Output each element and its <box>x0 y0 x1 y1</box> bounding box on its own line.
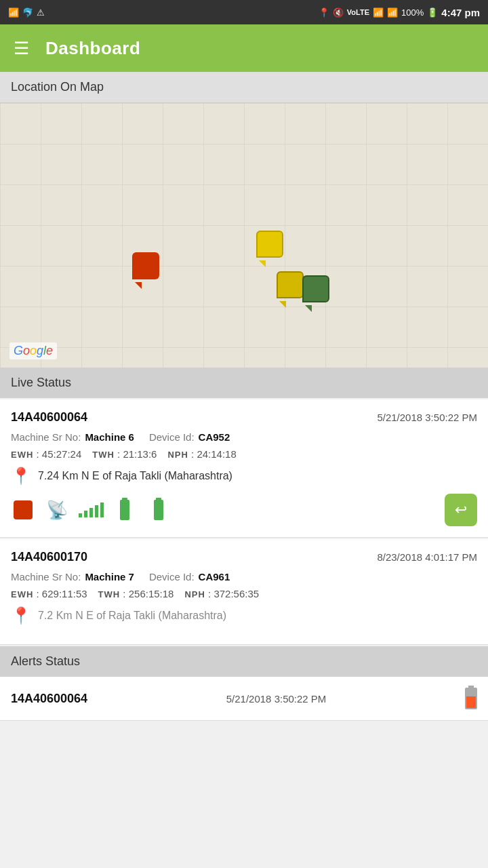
alert-device-id: 14A40600064 <box>11 692 87 706</box>
status-bar-left: 📶 🐬 ⚠ <box>8 7 45 18</box>
google-logo: Google <box>9 342 57 359</box>
ewh-row-1: EWH : 45:27:24 TWH : 21:13:6 NPH : 24:14… <box>11 448 477 460</box>
menu-button[interactable]: ☰ <box>14 38 29 59</box>
app-bar: ☰ Dashboard <box>0 24 488 72</box>
timestamp-1: 5/21/2018 3:50:22 PM <box>377 412 477 423</box>
alerts-section-header: Alerts Status <box>0 646 488 677</box>
machine-row-1: Machine Sr No: Machine 6 Device Id: CA95… <box>11 431 477 443</box>
pin-icon-1: 📍 <box>11 467 31 486</box>
app-icon-1: 🐬 <box>22 7 33 18</box>
map-area[interactable]: Google <box>0 103 488 368</box>
battery-icon-1a <box>113 498 137 522</box>
location-section-header: Location On Map <box>0 72 488 103</box>
map-marker-yellow1[interactable] <box>256 231 283 262</box>
battery-icon-1b <box>146 498 171 522</box>
location-icon: 📍 <box>319 7 329 18</box>
icons-left-1: 📡 <box>11 498 171 522</box>
status-bar: 📶 🐬 ⚠ 📍 🔇 VoLTE 📶 📶 100% 🔋 4:47 pm <box>0 0 488 24</box>
map-marker-yellow2[interactable] <box>277 271 304 302</box>
app-title: Dashboard <box>45 38 140 59</box>
battery-percent: 100% <box>401 7 424 18</box>
status-bar-right: 📍 🔇 VoLTE 📶 📶 100% 🔋 4:47 pm <box>319 7 480 18</box>
map-marker-green[interactable] <box>302 275 329 307</box>
antenna-icon-1: 📡 <box>45 498 69 522</box>
wifi-calling-icon: 📶 <box>8 7 19 18</box>
status-indicator-1 <box>11 498 35 522</box>
timestamp-2: 8/23/2018 4:01:17 PM <box>377 551 477 563</box>
share-button-1[interactable]: ↩ <box>445 494 477 526</box>
signal-icon: 📶 <box>387 7 398 18</box>
card-top-row-1: 14A40600064 5/21/2018 3:50:22 PM <box>11 410 477 425</box>
card-top-row-2: 14A40600170 8/23/2018 4:01:17 PM <box>11 550 477 564</box>
mute-icon: 🔇 <box>333 7 344 18</box>
alert-timestamp: 5/21/2018 3:50:22 PM <box>226 693 327 705</box>
signal-bars-1 <box>79 498 103 522</box>
alert-icon: ⚠ <box>37 7 45 18</box>
wifi-icon: 📶 <box>373 7 384 18</box>
ewh-row-2: EWH : 629:11:53 TWH : 256:15:18 NPH : 37… <box>11 588 477 599</box>
machine-row-2: Machine Sr No: Machine 7 Device Id: CA96… <box>11 571 477 583</box>
status-card-1: 14A40600064 5/21/2018 3:50:22 PM Machine… <box>0 399 488 538</box>
device-id-2: 14A40600170 <box>11 550 87 564</box>
battery-icon: 🔋 <box>427 7 438 18</box>
location-row-2: 📍 7.2 Km N E of Raja Takli (Maharashtra) <box>11 606 477 625</box>
icons-row-1: 📡 ↩ <box>11 494 477 526</box>
alert-card-1: 14A40600064 5/21/2018 3:50:22 PM <box>0 677 488 721</box>
time: 4:47 pm <box>441 7 480 18</box>
status-card-2: 14A40600170 8/23/2018 4:01:17 PM Machine… <box>0 539 488 645</box>
device-id-1: 14A40600064 <box>11 410 87 425</box>
live-status-header: Live Status <box>0 368 488 398</box>
location-row-1: 📍 7.24 Km N E of Raja Takli (Maharashtra… <box>11 467 477 486</box>
lte-icon: VoLTE <box>347 8 369 16</box>
map-marker-red[interactable] <box>132 252 159 283</box>
pin-icon-2: 📍 <box>11 606 31 625</box>
alert-battery-icon <box>465 688 477 709</box>
